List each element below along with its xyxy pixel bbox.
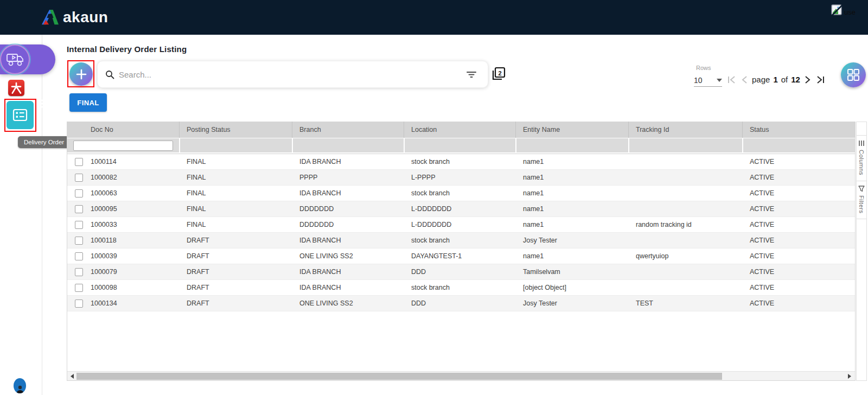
support-user-avatar[interactable] (14, 378, 26, 393)
row-checkbox[interactable] (75, 284, 83, 292)
cell-posting-status: FINAL (180, 170, 292, 185)
cell-posting-status: FINAL (180, 186, 292, 201)
cell-entity-name: name1 (516, 170, 629, 185)
cell-entity-name: Tamilselvam (516, 264, 629, 279)
column-header-branch[interactable]: Branch (292, 122, 404, 138)
search-input[interactable] (119, 70, 466, 79)
cell-posting-status: DRAFT (180, 264, 292, 279)
columns-panel-label: Columns (858, 150, 865, 175)
table-row[interactable]: 1000082 FINAL PPPP L-PPPP name1 ACTIVE (67, 170, 855, 186)
table-row[interactable]: 1000039 DRAFT ONE LIVING SS2 DAYANGTEST-… (67, 249, 855, 264)
filter-cell-posting-status[interactable] (180, 138, 292, 152)
table-row[interactable]: 1000095 FINAL DDDDDDD L-DDDDDDD name1 AC… (67, 201, 855, 217)
column-header-tracking-id[interactable]: Tracking Id (629, 122, 743, 138)
cell-location: L-DDDDDDD (404, 217, 516, 232)
cell-doc-no: 1000098 (91, 284, 117, 291)
cell-status: ACTIVE (743, 201, 856, 216)
filter-cell-location[interactable] (405, 138, 515, 152)
grid-view-button[interactable] (841, 62, 866, 87)
cell-entity-name: name1 (516, 154, 629, 169)
filter-cell-branch[interactable] (293, 138, 404, 152)
scrollbar-thumb[interactable] (76, 373, 722, 380)
page-title: Internal Delivery Order Listing (67, 44, 187, 54)
cell-location: stock branch (404, 154, 516, 169)
cell-location: L-DDDDDDD (404, 201, 516, 216)
cell-doc-no: 1000082 (91, 174, 117, 181)
row-checkbox[interactable] (75, 300, 83, 308)
akaun-logo[interactable]: akaun (41, 9, 108, 26)
cell-tracking-id (629, 201, 743, 216)
rows-per-page-value: 10 (694, 76, 703, 85)
cell-doc-no: 1000033 (91, 221, 117, 228)
previous-page-button[interactable] (742, 76, 747, 84)
table-row[interactable]: 1000079 DRAFT IDA BRANCH DDD Tamilselvam… (67, 264, 855, 280)
doc-no-filter-input[interactable] (73, 141, 173, 151)
table-row[interactable]: 1000063 FINAL IDA BRANCH stock branch na… (67, 186, 855, 201)
table-row[interactable]: 1000033 FINAL DDDDDDD L-DDDDDDD name1 ra… (67, 217, 855, 233)
brand-name: akaun (63, 9, 108, 26)
cell-entity-name: Josy Tester (516, 233, 629, 248)
cell-location: stock branch (404, 280, 516, 295)
cell-status: ACTIVE (743, 249, 856, 264)
filter-cell-entity-name[interactable] (516, 138, 628, 152)
table-tools-panel: Columns Filters (856, 122, 867, 381)
table-row[interactable]: 1000118 DRAFT IDA BRANCH stock branch Jo… (67, 233, 855, 249)
table-row[interactable]: 1000134 DRAFT ONE LIVING SS2 DDD Josy Te… (67, 296, 855, 311)
cell-entity-name: name1 (516, 249, 629, 264)
row-checkbox[interactable] (75, 252, 83, 260)
cell-branch: DDDDDDD (292, 201, 404, 216)
cell-tracking-id (629, 233, 743, 248)
column-header-status[interactable]: Status (743, 122, 856, 138)
horizontal-scrollbar[interactable] (67, 371, 855, 380)
da-app-icon[interactable] (8, 80, 24, 96)
table-row[interactable]: 1000114 FINAL IDA BRANCH stock branch na… (67, 154, 855, 170)
delivery-truck-icon[interactable] (1, 46, 29, 73)
row-checkbox[interactable] (75, 189, 83, 197)
scroll-right-arrow-icon[interactable] (846, 373, 853, 380)
row-checkbox[interactable] (75, 221, 83, 229)
filter-cell-status[interactable] (743, 138, 856, 152)
rows-per-page-select[interactable]: 10 (694, 74, 722, 87)
cell-posting-status: FINAL (180, 154, 292, 169)
cell-tracking-id: TEST (629, 296, 743, 311)
filters-panel-button[interactable]: Filters (857, 181, 866, 219)
last-page-button[interactable] (815, 76, 825, 84)
row-checkbox[interactable] (75, 268, 83, 276)
row-checkbox[interactable] (75, 158, 83, 166)
column-header-posting-status[interactable]: Posting Status (180, 122, 292, 138)
cell-entity-name: [object Object] (516, 280, 629, 295)
pages-2-icon[interactable]: 2 (491, 66, 506, 81)
filter-cell-doc-no (67, 138, 179, 152)
table-header-row: Doc No Posting Status Branch Location En… (67, 122, 855, 138)
search-icon (105, 70, 114, 79)
row-checkbox[interactable] (75, 205, 83, 213)
columns-panel-button[interactable]: Columns (857, 135, 866, 181)
cell-tracking-id (629, 186, 743, 201)
row-checkbox[interactable] (75, 237, 83, 245)
filter-lines-icon[interactable] (466, 70, 477, 79)
cell-status: ACTIVE (743, 217, 856, 232)
scroll-left-arrow-icon[interactable] (68, 373, 75, 380)
table-row[interactable]: 1000098 DRAFT IDA BRANCH stock branch [o… (67, 280, 855, 296)
cell-posting-status: FINAL (180, 201, 292, 216)
delivery-order-table: Doc No Posting Status Branch Location En… (67, 122, 856, 381)
annotation-box-delivery-order-icon (4, 99, 36, 132)
funnel-icon (858, 186, 865, 192)
row-checkbox[interactable] (75, 174, 83, 182)
next-page-button[interactable] (805, 76, 810, 84)
cell-location: stock branch (404, 186, 516, 201)
user-avatar-broken[interactable]: use (831, 4, 856, 16)
cell-posting-status: DRAFT (180, 233, 292, 248)
column-header-doc-no[interactable]: Doc No (67, 122, 180, 138)
column-header-location[interactable]: Location (404, 122, 516, 138)
cell-location: L-PPPP (404, 170, 516, 185)
final-filter-button[interactable]: FINAL (69, 93, 107, 112)
cell-doc-no: 1000114 (91, 158, 117, 165)
first-page-button[interactable] (727, 76, 737, 84)
cell-status: ACTIVE (743, 280, 856, 295)
cell-posting-status: DRAFT (180, 296, 292, 311)
column-header-entity-name[interactable]: Entity Name (516, 122, 629, 138)
cell-tracking-id (629, 264, 743, 279)
filter-cell-tracking-id[interactable] (629, 138, 742, 152)
pagination-controls: page1of12 (727, 75, 825, 84)
